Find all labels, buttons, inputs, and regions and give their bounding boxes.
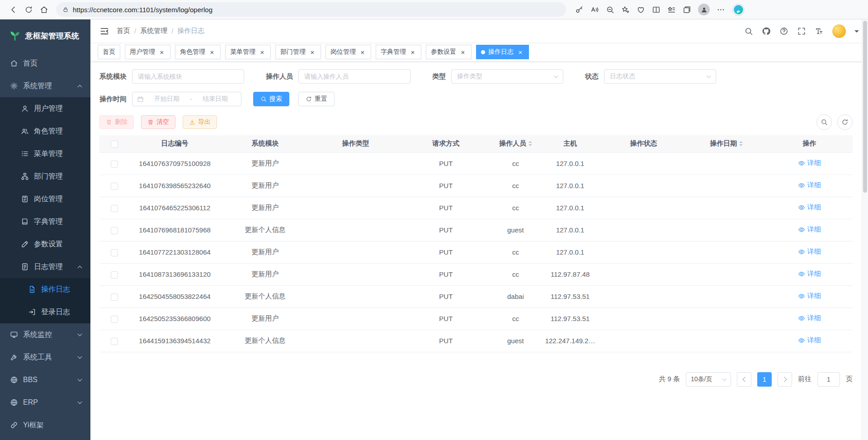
select-all-checkbox[interactable]	[111, 141, 118, 148]
sidebar-item-role-mgmt[interactable]: 角色管理	[0, 120, 90, 142]
sidebar-item-dept-mgmt[interactable]: 部门管理	[0, 165, 90, 188]
export-button[interactable]: 导出	[183, 115, 217, 129]
header-search-icon[interactable]	[744, 27, 753, 36]
close-icon[interactable]: ×	[517, 48, 524, 56]
page-scrollbar[interactable]	[862, 19, 868, 440]
tab-user-mgmt[interactable]: 用户管理×	[125, 45, 170, 59]
scrollbar-thumb[interactable]	[863, 21, 867, 193]
close-icon[interactable]: ×	[158, 48, 165, 56]
sidebar-item-post-mgmt[interactable]: 岗位管理	[0, 188, 90, 210]
detail-link[interactable]: 详细	[798, 336, 821, 345]
sidebar-item-menu-mgmt[interactable]: 菜单管理	[0, 142, 90, 165]
log-status-select[interactable]: 日志状态	[604, 69, 716, 84]
sidebar-item-login-log[interactable]: 登录日志	[0, 301, 90, 323]
password-key-icon[interactable]	[575, 5, 584, 14]
detail-link[interactable]: 详细	[798, 270, 821, 278]
read-aloud-icon[interactable]	[590, 5, 599, 14]
browser-profile-avatar[interactable]	[698, 4, 710, 15]
oper-type-select[interactable]: 操作类型	[451, 69, 563, 84]
more-options-icon[interactable]	[717, 5, 725, 14]
detail-link[interactable]: 详细	[798, 225, 821, 234]
sidebar-item-system-tools[interactable]: 系统工具	[0, 346, 90, 369]
close-icon[interactable]: ×	[359, 48, 366, 56]
user-avatar[interactable]	[832, 24, 846, 38]
module-input[interactable]	[132, 69, 244, 84]
next-page-button[interactable]	[778, 372, 792, 387]
detail-link[interactable]: 详细	[798, 314, 821, 322]
help-icon[interactable]	[779, 27, 788, 36]
url-bar[interactable]: https://ccnetcore.com:1101/system/log/op…	[56, 2, 566, 17]
sidebar-item-log-mgmt[interactable]: 日志管理	[0, 255, 90, 278]
close-icon[interactable]: ×	[459, 48, 467, 56]
tab-home[interactable]: 首页	[98, 45, 120, 59]
search-button[interactable]: 搜索	[253, 92, 289, 106]
sort-icon[interactable]	[528, 141, 532, 146]
browser-home-button[interactable]	[36, 2, 52, 17]
detail-link[interactable]: 详细	[798, 292, 821, 300]
row-checkbox[interactable]	[111, 227, 118, 234]
browser-essentials-icon[interactable]	[637, 5, 645, 14]
bing-icon[interactable]	[732, 3, 745, 16]
cell-oper-type	[310, 263, 401, 285]
tab-param-settings[interactable]: 参数设置×	[426, 45, 472, 59]
zoom-out-icon[interactable]	[606, 5, 614, 14]
split-screen-icon[interactable]	[652, 5, 660, 14]
sidebar-item-erp[interactable]: ERP	[0, 391, 90, 414]
refresh-table-button[interactable]	[837, 114, 853, 130]
font-size-icon[interactable]	[815, 27, 824, 36]
detail-link[interactable]: 详细	[798, 203, 821, 212]
show-search-button[interactable]	[816, 114, 832, 130]
tab-oper-log[interactable]: 操作日志×	[476, 45, 529, 59]
sort-icon[interactable]	[739, 141, 743, 146]
caret-down-icon[interactable]	[854, 30, 859, 35]
row-checkbox[interactable]	[111, 249, 118, 256]
tab-dept-mgmt[interactable]: 部门管理×	[275, 45, 321, 59]
sidebar-item-oper-log[interactable]: 操作日志	[0, 278, 90, 301]
reset-button[interactable]: 重置	[298, 92, 335, 106]
close-icon[interactable]: ×	[309, 48, 316, 56]
sidebar-item-system-monitor[interactable]: 系统监控	[0, 323, 90, 346]
close-icon[interactable]: ×	[208, 48, 216, 56]
browser-back-button[interactable]	[5, 2, 21, 17]
breadcrumb-item-home[interactable]: 首页	[117, 27, 130, 35]
page-size-select[interactable]: 10条/页	[686, 372, 731, 387]
row-checkbox[interactable]	[111, 205, 118, 212]
row-checkbox[interactable]	[111, 316, 118, 323]
goto-page-input[interactable]	[817, 372, 840, 387]
close-icon[interactable]: ×	[259, 48, 266, 56]
row-checkbox[interactable]	[111, 161, 118, 168]
tab-menu-mgmt[interactable]: 菜单管理×	[225, 45, 271, 59]
prev-page-button[interactable]	[737, 372, 751, 387]
sidebar-item-system-mgmt[interactable]: 系统管理	[0, 75, 90, 97]
row-checkbox[interactable]	[111, 338, 118, 345]
browser-refresh-button[interactable]	[21, 2, 36, 17]
row-checkbox[interactable]	[111, 293, 118, 301]
sidebar-item-user-mgmt[interactable]: 用户管理	[0, 97, 90, 120]
add-favorite-star-icon[interactable]	[621, 5, 630, 14]
detail-link[interactable]: 详细	[798, 247, 821, 256]
tab-dict-mgmt[interactable]: 字典管理×	[376, 45, 421, 59]
close-icon[interactable]: ×	[409, 48, 416, 56]
detail-link[interactable]: 详细	[798, 159, 821, 167]
page-1-button[interactable]: 1	[757, 372, 772, 387]
sidebar-item-bbs[interactable]: BBS	[0, 369, 90, 391]
operator-input[interactable]	[298, 69, 410, 84]
breadcrumb-item-system[interactable]: 系统管理	[140, 27, 167, 35]
collections-icon[interactable]	[683, 5, 691, 14]
row-checkbox[interactable]	[111, 183, 118, 190]
sidebar-item-home[interactable]: 首页	[0, 52, 90, 75]
github-icon[interactable]	[762, 27, 771, 36]
delete-button[interactable]: 删除	[99, 115, 134, 129]
sidebar-item-param-settings[interactable]: 参数设置	[0, 233, 90, 255]
date-range-picker[interactable]: 开始日期 - 结束日期	[132, 92, 241, 106]
favorites-icon[interactable]	[667, 5, 676, 14]
row-checkbox[interactable]	[111, 271, 118, 279]
detail-link[interactable]: 详细	[798, 181, 821, 189]
clear-button[interactable]: 清空	[141, 115, 175, 129]
sidebar-item-dict-mgmt[interactable]: 字典管理	[0, 210, 90, 233]
tab-post-mgmt[interactable]: 岗位管理×	[326, 45, 371, 59]
sidebar-item-yi-framework[interactable]: Yi框架	[0, 414, 90, 436]
menu-fold-button[interactable]	[99, 26, 109, 36]
fullscreen-icon[interactable]	[797, 27, 806, 36]
tab-role-mgmt[interactable]: 角色管理×	[175, 45, 221, 59]
